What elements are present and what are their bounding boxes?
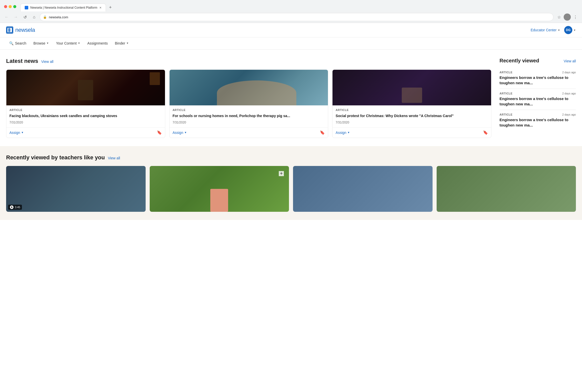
nav-your-content[interactable]: Your Content ▼ <box>53 37 83 50</box>
card-image-3 <box>332 70 491 105</box>
card-footer-1: Assign ▼ 🔖 <box>6 127 165 138</box>
tab-title: Newsela | Newsela Instructional Content … <box>30 6 97 9</box>
logo-link[interactable]: newsela <box>6 26 35 34</box>
play-triangle <box>11 206 13 208</box>
recently-viewed-item-3[interactable]: ARTICLE 2 days ago Engineers borrow a tr… <box>500 110 576 131</box>
rvt-card-2[interactable]: + <box>150 166 289 212</box>
nav-assignments[interactable]: Assignments <box>84 37 111 50</box>
card-type-3: ARTICLE <box>336 108 488 111</box>
article-card-2: ARTICLE For schools or nursing homes in … <box>169 69 328 138</box>
latest-news-view-all[interactable]: View all <box>41 60 53 64</box>
rv-type-1: ARTICLE <box>500 71 512 74</box>
search-nav-icon: 🔍 <box>9 41 13 45</box>
card-date-2: 7/31/2020 <box>173 121 325 124</box>
card-type-1: ARTICLE <box>9 108 162 111</box>
article-card: ARTICLE Facing blackouts, Ukrainians see… <box>6 69 165 138</box>
rvt-card-1[interactable]: 3:45 <box>6 166 146 212</box>
your-content-chevron: ▼ <box>78 42 80 45</box>
recently-viewed-header: Recently viewed View all <box>500 58 576 64</box>
video-duration: 3:45 <box>15 206 20 209</box>
rv-meta-3: ARTICLE 2 days ago <box>500 113 576 116</box>
browse-chevron: ▼ <box>46 42 49 45</box>
favicon-icon <box>25 6 28 9</box>
recently-viewed-item-2[interactable]: ARTICLE 2 days ago Engineers borrow a tr… <box>500 89 576 110</box>
menu-button[interactable]: ⋮ <box>572 13 579 21</box>
address-bar[interactable]: 🔒 newsela.com <box>40 13 553 21</box>
browser-tab[interactable]: Newsela | Newsela Instructional Content … <box>20 4 106 11</box>
header-right: Educator Center ▼ DG ▼ <box>531 26 576 34</box>
article-card-3: ARTICLE Social protest for Christmas: Wh… <box>332 69 491 138</box>
browse-label: Browse <box>33 41 45 45</box>
rv-meta-1: ARTICLE 2 days ago <box>500 71 576 74</box>
rv-type-3: ARTICLE <box>500 113 512 116</box>
user-menu-chevron: ▼ <box>573 29 576 32</box>
bookmark-button-2[interactable]: 🔖 <box>320 130 325 135</box>
recently-viewed-section: Recently viewed View all ARTICLE 2 days … <box>500 58 576 138</box>
card-body-1: ARTICLE Facing blackouts, Ukrainians see… <box>6 105 165 127</box>
assign-button-2[interactable]: Assign ▼ <box>173 130 187 136</box>
card-title-1: Facing blackouts, Ukrainians seek candle… <box>9 114 162 119</box>
assignments-label: Assignments <box>87 41 108 45</box>
rv-time-3: 2 days ago <box>562 113 576 116</box>
rvt-header: Recently viewed by teachers like you Vie… <box>6 154 576 161</box>
rvt-card-3[interactable] <box>293 166 433 212</box>
nav-binder[interactable]: Binder ▼ <box>112 37 132 50</box>
educator-center-chevron: ▼ <box>558 29 560 32</box>
card-type-2: ARTICLE <box>173 108 325 111</box>
user-avatar-button[interactable]: DG ▼ <box>564 26 576 34</box>
bookmark-button-3[interactable]: 🔖 <box>483 130 488 135</box>
url-display: newsela.com <box>49 15 550 19</box>
card-title-2: For schools or nursing homes in need, Po… <box>173 114 325 119</box>
card-date-3: 7/31/2020 <box>336 121 488 124</box>
recently-viewed-item[interactable]: ARTICLE 2 days ago Engineers borrow a tr… <box>500 68 576 89</box>
assign-chevron-1: ▼ <box>21 131 24 134</box>
card-footer-3: Assign ▼ 🔖 <box>332 127 491 138</box>
rv-time-2: 2 days ago <box>562 92 576 95</box>
recently-viewed-view-all[interactable]: View all <box>564 59 576 63</box>
educator-center-dropdown[interactable]: Educator Center ▼ <box>531 28 560 32</box>
rvt-title: Recently viewed by teachers like you <box>6 154 105 161</box>
home-button[interactable]: ⌂ <box>31 13 38 21</box>
nav-browse[interactable]: Browse ▼ <box>30 37 52 50</box>
educator-center-label: Educator Center <box>531 28 557 32</box>
rv-type-2: ARTICLE <box>500 92 512 95</box>
new-tab-button[interactable]: + <box>107 4 114 11</box>
card-title-3: Social protest for Christmas: Why Dicken… <box>336 114 488 119</box>
bookmark-star-button[interactable]: ☆ <box>556 13 563 21</box>
nav-search[interactable]: 🔍 Search <box>6 37 29 50</box>
rvt-view-all[interactable]: View all <box>108 156 120 160</box>
traffic-light-green[interactable] <box>13 5 16 8</box>
latest-news-grid: ARTICLE Facing blackouts, Ukrainians see… <box>6 69 491 138</box>
user-avatar: DG <box>564 26 572 34</box>
articles-section: Latest news View all ARTICLE Facing blac… <box>6 58 491 138</box>
latest-news-header: Latest news View all <box>6 58 491 64</box>
rvt-card-4[interactable] <box>437 166 576 212</box>
card-date-1: 7/31/2020 <box>9 121 162 124</box>
back-button[interactable]: ← <box>3 13 10 21</box>
traffic-light-yellow[interactable] <box>9 5 12 8</box>
card-body-2: ARTICLE For schools or nursing homes in … <box>170 105 328 127</box>
rv-meta-2: ARTICLE 2 days ago <box>500 92 576 95</box>
your-content-label: Your Content <box>56 41 77 45</box>
forward-button[interactable]: → <box>12 13 19 21</box>
assign-chevron-3: ▼ <box>347 131 350 134</box>
main-content: Latest news View all ARTICLE Facing blac… <box>0 50 582 138</box>
traffic-light-red[interactable] <box>4 5 7 8</box>
content-layout: Latest news View all ARTICLE Facing blac… <box>6 58 576 138</box>
card-image-2 <box>170 70 328 105</box>
profile-avatar[interactable] <box>564 13 571 21</box>
play-icon <box>10 205 13 209</box>
rv-title-1: Engineers borrow a tree's cellulose to t… <box>500 75 576 86</box>
recently-viewed-title: Recently viewed <box>500 58 539 64</box>
card-image-1 <box>6 70 165 105</box>
video-duration-badge: 3:45 <box>8 205 22 210</box>
rv-title-3: Engineers borrow a tree's cellulose to t… <box>500 117 576 128</box>
tab-close-button[interactable]: ✕ <box>99 6 102 9</box>
card-footer-2: Assign ▼ 🔖 <box>170 127 328 138</box>
refresh-button[interactable]: ↺ <box>21 13 29 21</box>
assign-button-3[interactable]: Assign ▼ <box>336 130 350 136</box>
svg-rect-2 <box>10 28 10 32</box>
bookmark-button-1[interactable]: 🔖 <box>157 130 162 135</box>
assign-button-1[interactable]: Assign ▼ <box>9 130 24 136</box>
logo-icon <box>6 26 13 34</box>
